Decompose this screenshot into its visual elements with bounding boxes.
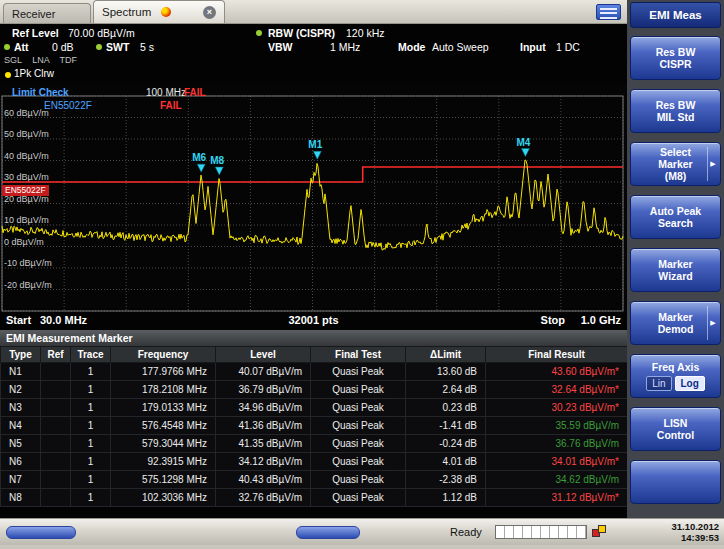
- cell-ref: [41, 453, 71, 471]
- marker-symbol-m4[interactable]: [521, 149, 529, 157]
- marker-row-N6[interactable]: N6192.3915 MHz34.12 dBµV/mQuasi Peak4.01…: [1, 453, 628, 471]
- cell-frequency: 579.3044 MHz: [111, 435, 216, 453]
- input-label[interactable]: Input: [520, 41, 546, 53]
- marker-row-N4[interactable]: N41576.4548 MHz41.36 dBµV/mQuasi Peak-1.…: [1, 417, 628, 435]
- cell-trace: 1: [71, 417, 111, 435]
- cell-ref: [41, 399, 71, 417]
- swt-coupled-dot: [96, 44, 102, 50]
- softkey-lisn-control[interactable]: LISN Control: [630, 407, 721, 451]
- tab-receiver[interactable]: Receiver: [3, 3, 91, 23]
- softkey-list: Res BW CISPRRes BW MIL StdSelect Marker …: [630, 36, 721, 504]
- y-tick-label: 40 dBµV/m: [4, 151, 49, 161]
- marker-row-N2[interactable]: N21178.2108 MHz36.79 dBµV/mQuasi Peak2.6…: [1, 381, 628, 399]
- cell-ref: [41, 489, 71, 507]
- y-tick-label: 10 dBµV/m: [4, 215, 49, 225]
- softkey-label: Res BW MIL Std: [656, 99, 696, 123]
- limit-line-badge: EN55022F: [2, 185, 49, 196]
- sweep-points: 32001 pts: [288, 314, 338, 326]
- rbw-value[interactable]: 120 kHz: [346, 27, 385, 39]
- y-tick-label: -20 dBµV/m: [4, 280, 52, 290]
- cell-level: 32.76 dBµV/m: [216, 489, 311, 507]
- measurement-area: Ref Level 70.00 dBµV/m RBW (CISPR) 120 k…: [0, 24, 627, 518]
- column-header-7: Final Result: [486, 347, 628, 363]
- swt-value[interactable]: 5 s: [140, 41, 154, 53]
- marker-row-N7[interactable]: N71575.1298 MHz40.43 dBµV/mQuasi Peak-2.…: [1, 471, 628, 489]
- sweep-range-bar: Start 30.0 MHz 32001 pts Stop 1.0 GHz: [0, 312, 627, 330]
- att-value[interactable]: 0 dB: [52, 41, 74, 53]
- mode-value[interactable]: Auto Sweep: [432, 41, 489, 53]
- cell-trace: 1: [71, 363, 111, 381]
- cell-delta_limit: 1.12 dB: [406, 489, 486, 507]
- cell-ref: [41, 381, 71, 399]
- softkey-label: Marker Demod: [658, 311, 694, 335]
- cell-trace: 1: [71, 399, 111, 417]
- stop-freq-value[interactable]: 1.0 GHz: [581, 314, 621, 326]
- vbw-value[interactable]: 1 MHz: [330, 41, 360, 53]
- softkey-marker-demod[interactable]: Marker Demod▶: [630, 301, 721, 345]
- cell-type: N2: [1, 381, 41, 399]
- keyboard-icon[interactable]: [596, 4, 621, 20]
- cell-final_test: Quasi Peak: [311, 381, 406, 399]
- marker-row-N8[interactable]: N81102.3036 MHz32.76 dBµV/mQuasi Peak1.1…: [1, 489, 628, 507]
- cell-final_result: 43.60 dBµV/m*: [486, 363, 628, 381]
- freq-axis-lin-option[interactable]: Lin: [646, 376, 671, 391]
- y-tick-label: 30 dBµV/m: [4, 172, 49, 182]
- att-label[interactable]: Att: [14, 41, 29, 53]
- marker-label-m8: M8: [210, 155, 224, 166]
- softkey-res-bw-cispr[interactable]: Res BW CISPR: [630, 36, 721, 80]
- analyzer-window: Receiver Spectrum × Ref Level 70.00 dBµV…: [0, 0, 724, 549]
- status-indicator-2[interactable]: [296, 526, 360, 539]
- cell-final_result: 34.62 dBµV/m: [486, 471, 628, 489]
- cell-trace: 1: [71, 453, 111, 471]
- softkey-label: Select Marker (M8): [658, 146, 692, 182]
- spectrum-display[interactable]: 60 dBµV/m50 dBµV/m40 dBµV/m30 dBµV/m20 d…: [0, 84, 627, 312]
- start-freq-value[interactable]: 30.0 MHz: [40, 314, 87, 326]
- rbw-label[interactable]: RBW (CISPR): [268, 27, 335, 39]
- softkey-label: Freq Axis: [652, 361, 699, 373]
- softkey-blank[interactable]: [630, 460, 721, 504]
- column-header-5: Final Test: [311, 347, 406, 363]
- ref-level-label[interactable]: Ref Level: [12, 27, 59, 39]
- input-value[interactable]: 1 DC: [556, 41, 580, 53]
- freq-axis-log-option[interactable]: Log: [675, 376, 705, 391]
- status-indicator-1[interactable]: [6, 526, 76, 539]
- marker-row-N1[interactable]: N11177.9766 MHz40.07 dBµV/mQuasi Peak13.…: [1, 363, 628, 381]
- trace-indicator[interactable]: 1Pk Clrw: [14, 68, 54, 79]
- marker-table-header-row: TypeRefTraceFrequencyLevelFinal TestΔLim…: [1, 347, 628, 363]
- cell-frequency: 576.4548 MHz: [111, 417, 216, 435]
- marker-row-N5[interactable]: N51579.3044 MHz41.35 dBµV/mQuasi Peak-0.…: [1, 435, 628, 453]
- status-ready-label: Ready: [450, 526, 482, 538]
- cell-frequency: 575.1298 MHz: [111, 471, 216, 489]
- sweep-progress-bar: [495, 525, 587, 539]
- status-time: 14:39:53: [681, 532, 719, 543]
- marker-symbol-m1[interactable]: [313, 151, 321, 159]
- sweep-flags: SGL LNA TDF: [4, 55, 77, 65]
- spectrum-svg: 60 dBµV/m50 dBµV/m40 dBµV/m30 dBµV/m20 d…: [0, 84, 627, 312]
- ref-level-value[interactable]: 70.00 dBµV/m: [68, 27, 135, 39]
- stop-freq-label: Stop: [541, 314, 565, 326]
- softkey-res-bw-mil-std[interactable]: Res BW MIL Std: [630, 89, 721, 133]
- marker-row-N3[interactable]: N31179.0133 MHz34.96 dBµV/mQuasi Peak0.2…: [1, 399, 628, 417]
- tab-spectrum[interactable]: Spectrum ×: [93, 0, 225, 23]
- column-header-4: Level: [216, 347, 311, 363]
- softkey-auto-peak-search[interactable]: Auto Peak Search: [630, 195, 721, 239]
- softkey-marker-wizard[interactable]: Marker Wizard: [630, 248, 721, 292]
- marker-symbol-m8[interactable]: [215, 167, 223, 175]
- tab-spectrum-label: Spectrum: [102, 6, 151, 18]
- cell-frequency: 102.3036 MHz: [111, 489, 216, 507]
- vbw-label[interactable]: VBW: [268, 41, 293, 53]
- swt-label[interactable]: SWT: [106, 41, 129, 53]
- marker-symbol-m6[interactable]: [197, 164, 205, 172]
- y-tick-label: 0 dBµV/m: [4, 237, 44, 247]
- cell-final_test: Quasi Peak: [311, 399, 406, 417]
- cell-level: 40.43 dBµV/m: [216, 471, 311, 489]
- emi-marker-table: TypeRefTraceFrequencyLevelFinal TestΔLim…: [0, 346, 628, 507]
- softkey-select-marker[interactable]: Select Marker (M8)▶: [630, 142, 721, 186]
- cell-trace: 1: [71, 489, 111, 507]
- channel-bar: Ref Level 70.00 dBµV/m RBW (CISPR) 120 k…: [0, 24, 627, 84]
- mode-label[interactable]: Mode: [398, 41, 425, 53]
- softkey-freq-axis[interactable]: Freq AxisLinLog: [630, 354, 721, 398]
- limit-line-result: FAIL: [160, 100, 182, 111]
- cell-final_test: Quasi Peak: [311, 489, 406, 507]
- close-tab-icon[interactable]: ×: [203, 6, 216, 19]
